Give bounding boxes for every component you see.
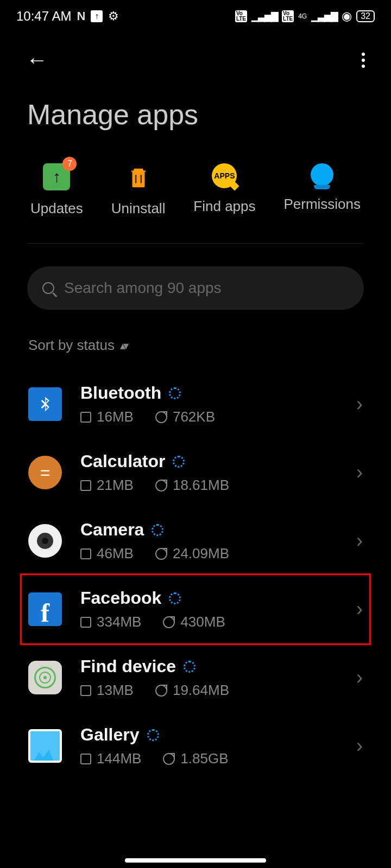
data-size: 762KB [173, 409, 215, 425]
gallery-icon [28, 729, 62, 763]
category-updates[interactable]: 7 Updates [30, 163, 83, 217]
app-row-facebook[interactable]: f Facebook 334MB 430MB › [20, 573, 371, 645]
wifi-icon: ◉ [342, 9, 352, 23]
data-icon [155, 548, 167, 560]
app-row-camera[interactable]: Camera 46MB 24.09MB › [22, 507, 369, 575]
category-label: Permissions [283, 196, 361, 213]
category-row: 7 Updates Uninstall APPS Find apps Permi… [0, 163, 391, 217]
sort-label: Sort by status [28, 337, 115, 354]
status-bar: 10:47 AM N ↑ ⚙ VoLTE ▁▃▅▇ VoLTE 4G ▁▃▅▇ … [0, 0, 391, 33]
home-indicator[interactable] [125, 858, 266, 863]
storage-size: 21MB [97, 477, 134, 494]
data-size: 19.64MB [173, 682, 229, 699]
storage-icon [80, 480, 91, 491]
find-apps-icon: APPS [212, 163, 237, 188]
signal-icon-2: ▁▃▅▇ [311, 10, 337, 22]
find-device-icon [28, 661, 62, 694]
more-options-button[interactable] [362, 53, 365, 68]
notification-app-icon: N [77, 9, 85, 23]
volte-icon-2: VoLTE [282, 10, 294, 22]
category-label: Updates [30, 200, 83, 217]
page-title: Manage apps [0, 83, 391, 152]
storage-size: 16MB [97, 409, 134, 425]
app-name: Facebook [80, 588, 161, 608]
storage-size: 13MB [97, 682, 134, 699]
loading-icon [147, 729, 159, 741]
app-list: Bluetooth 16MB 762KB › = Calculator 21MB… [0, 370, 391, 780]
app-name: Bluetooth [80, 383, 161, 403]
data-icon [163, 753, 175, 765]
sort-button[interactable]: Sort by status ▴▾ [0, 310, 391, 370]
loading-icon [169, 387, 181, 399]
storage-size: 334MB [97, 614, 141, 630]
search-icon [42, 282, 54, 294]
settings-icon: ⚙ [108, 9, 119, 23]
chevron-right-icon: › [356, 461, 363, 484]
chevron-right-icon: › [356, 393, 363, 416]
storage-size: 46MB [97, 545, 134, 562]
data-size: 24.09MB [173, 545, 229, 562]
app-row-bluetooth[interactable]: Bluetooth 16MB 762KB › [22, 370, 369, 438]
updates-badge: 7 [62, 157, 77, 171]
category-uninstall[interactable]: Uninstall [111, 163, 166, 217]
facebook-icon: f [28, 592, 62, 626]
app-name: Gallery [80, 725, 140, 745]
storage-icon [80, 754, 91, 764]
storage-icon [80, 685, 91, 696]
category-label: Find apps [193, 198, 255, 215]
data-size: 1.85GB [180, 750, 228, 767]
data-icon [155, 411, 167, 423]
sort-chevron-icon: ▴▾ [120, 339, 127, 352]
category-permissions[interactable]: Permissions [283, 163, 361, 217]
storage-icon [80, 617, 91, 628]
updates-icon: 7 [43, 163, 70, 190]
signal-icon-1: ▁▃▅▇ [251, 10, 278, 22]
battery-indicator: 32 [356, 10, 375, 22]
app-name: Calculator [80, 451, 165, 471]
trash-icon [125, 163, 152, 190]
status-time: 10:47 AM [16, 9, 71, 24]
loading-icon [169, 592, 181, 604]
network-type: 4G [298, 12, 307, 20]
calculator-icon: = [28, 456, 62, 489]
data-icon [155, 480, 167, 492]
loading-icon [184, 661, 195, 673]
data-icon [163, 616, 175, 628]
storage-icon [80, 412, 91, 423]
search-placeholder: Search among 90 apps [64, 279, 222, 297]
divider [27, 243, 364, 244]
camera-icon [28, 524, 62, 558]
app-name: Camera [80, 520, 144, 540]
permissions-icon [311, 163, 333, 186]
storage-icon [80, 548, 91, 559]
loading-icon [173, 456, 185, 468]
data-size: 430MB [180, 614, 225, 630]
search-bar[interactable]: Search among 90 apps [27, 266, 364, 310]
chevron-right-icon: › [356, 598, 363, 621]
bluetooth-icon [28, 387, 62, 421]
storage-size: 144MB [97, 750, 141, 767]
volte-icon-1: VoLTE [235, 10, 247, 22]
back-button[interactable]: ← [26, 48, 48, 72]
loading-icon [152, 524, 163, 536]
app-row-gallery[interactable]: Gallery 144MB 1.85GB › [22, 712, 369, 780]
app-row-find-device[interactable]: Find device 13MB 19.64MB › [22, 643, 369, 712]
category-label: Uninstall [111, 200, 166, 217]
chevron-right-icon: › [356, 666, 363, 689]
data-size: 18.61MB [173, 477, 229, 494]
chevron-right-icon: › [356, 529, 363, 552]
header-bar: ← [0, 37, 391, 83]
chevron-right-icon: › [356, 735, 363, 757]
app-name: Find device [80, 656, 176, 676]
category-find-apps[interactable]: APPS Find apps [193, 163, 255, 217]
upload-icon: ↑ [91, 10, 103, 22]
app-row-calculator[interactable]: = Calculator 21MB 18.61MB › [22, 438, 369, 507]
data-icon [155, 685, 167, 697]
